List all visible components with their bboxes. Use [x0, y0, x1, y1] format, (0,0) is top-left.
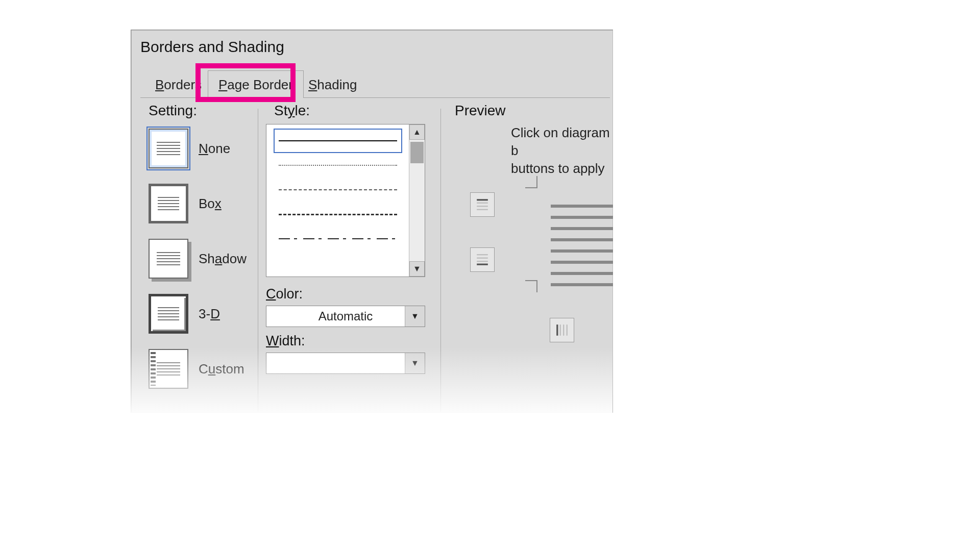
setting-icon-box: [149, 184, 188, 223]
color-value: Automatic: [318, 309, 373, 323]
tab-page-border-rest: age Border: [227, 77, 293, 92]
svg-rect-1: [477, 203, 488, 204]
svg-rect-8: [556, 324, 558, 336]
setting-column: Setting: None Box: [140, 103, 256, 413]
setting-label-custom: Custom: [199, 361, 244, 377]
preview-page-content-icon: [551, 205, 613, 286]
style-option-dashed-short[interactable]: [274, 178, 402, 202]
dialog-title: Borders and Shading: [140, 38, 284, 56]
preview-hint-line1: Click on diagram b: [511, 125, 610, 158]
style-items: [266, 124, 409, 277]
svg-rect-7: [477, 261, 488, 262]
tab-shading-accel: S: [308, 77, 317, 92]
setting-label-none: None: [199, 141, 230, 157]
setting-label-shadow: Shadow: [199, 251, 247, 267]
screenshot-canvas: Borders and Shading Borders Page Border …: [0, 0, 980, 551]
color-label: Color:: [266, 286, 303, 302]
svg-rect-2: [477, 206, 488, 207]
preview-corner-bl: [525, 280, 537, 292]
preview-left-border-button[interactable]: [550, 318, 574, 342]
border-top-icon: [476, 198, 489, 211]
svg-rect-10: [563, 324, 564, 336]
setting-icon-none: [149, 129, 188, 168]
tab-borders-accel: B: [155, 77, 164, 92]
preview-hint-line2: buttons to apply: [511, 161, 605, 176]
svg-rect-0: [477, 199, 488, 201]
setting-label-box: Box: [199, 196, 222, 212]
width-chevron-down-icon[interactable]: ▼: [405, 353, 425, 373]
tab-page-border[interactable]: Page Border: [208, 70, 304, 98]
preview-diagram-area: [470, 179, 613, 342]
svg-rect-4: [477, 264, 488, 265]
tab-shading[interactable]: Shading: [298, 70, 368, 98]
tab-strip: Borders Page Border Shading: [140, 70, 610, 98]
border-left-icon: [555, 323, 569, 337]
style-option-solid[interactable]: [274, 129, 402, 153]
setting-option-shadow[interactable]: Shadow: [149, 237, 261, 280]
setting-option-box[interactable]: Box: [149, 182, 261, 225]
width-dropdown[interactable]: ▼: [266, 353, 425, 374]
style-scrollbar[interactable]: ▲ ▼: [409, 124, 425, 277]
setting-option-3d[interactable]: 3-D: [149, 292, 261, 335]
setting-option-custom[interactable]: Custom: [149, 347, 261, 390]
style-option-dash-dot[interactable]: [274, 227, 402, 251]
preview-corner-tl: [525, 176, 537, 188]
setting-icon-shadow: [149, 239, 188, 279]
svg-rect-6: [477, 258, 488, 259]
preview-bottom-border-button[interactable]: [470, 247, 495, 272]
border-bottom-icon: [476, 253, 489, 266]
style-option-dotted[interactable]: [274, 153, 402, 178]
setting-option-none[interactable]: None: [149, 127, 261, 170]
tab-page-border-accel: P: [218, 77, 227, 92]
scroll-down-button[interactable]: ▼: [409, 261, 425, 277]
dialog-body: Setting: None Box: [131, 103, 613, 413]
divider-2: [440, 109, 441, 413]
svg-rect-3: [477, 209, 488, 210]
scroll-up-button[interactable]: ▲: [409, 124, 425, 140]
setting-icon-3d: [149, 294, 188, 334]
tab-shading-rest: hading: [317, 77, 357, 92]
width-label: Width:: [266, 333, 305, 349]
tab-borders-rest: orders: [164, 77, 202, 92]
svg-rect-5: [477, 254, 488, 255]
setting-icon-custom: [149, 349, 188, 389]
svg-rect-11: [567, 324, 568, 336]
scroll-thumb[interactable]: [410, 142, 424, 163]
setting-label: Setting:: [149, 103, 197, 119]
preview-label: Preview: [455, 103, 506, 119]
preview-hint: Click on diagram b buttons to apply: [511, 124, 613, 178]
style-listbox[interactable]: ▲ ▼: [266, 124, 425, 277]
style-label: Style:: [274, 103, 310, 119]
preview-column: Preview Click on diagram b buttons to ap…: [450, 103, 613, 413]
setting-label-3d: 3-D: [199, 306, 220, 322]
style-column: Style: ▲ ▼ Color:: [266, 103, 434, 413]
color-dropdown[interactable]: Automatic ▼: [266, 306, 425, 327]
style-option-dashed-long[interactable]: [274, 202, 402, 227]
tab-borders[interactable]: Borders: [144, 70, 212, 98]
svg-rect-9: [560, 324, 561, 336]
preview-top-border-button[interactable]: [470, 192, 495, 217]
color-chevron-down-icon[interactable]: ▼: [405, 306, 425, 327]
borders-and-shading-dialog: Borders and Shading Borders Page Border …: [131, 30, 613, 413]
